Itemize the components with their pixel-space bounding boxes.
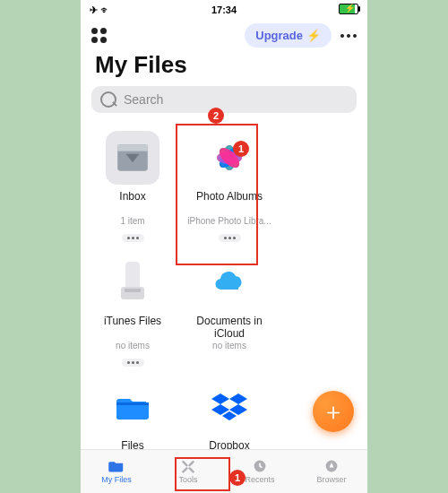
folder-more-icon[interactable]: [219, 234, 241, 242]
app-screen: ✈︎ ᯤ 17:34 ⚡ Upgrade ⚡ My Files Search I…: [81, 0, 367, 493]
folder-itunes-files[interactable]: iTunes Files no items: [86, 246, 179, 371]
upgrade-label: Upgrade: [255, 29, 303, 42]
more-menu-icon[interactable]: [340, 34, 357, 38]
folder-sub: no items: [185, 341, 274, 351]
svg-rect-11: [125, 262, 140, 290]
folder-icon: [108, 459, 125, 473]
tab-label: Browser: [316, 475, 346, 484]
tab-my-files[interactable]: My Files: [81, 450, 152, 493]
folder-name: Documents in iCloud: [185, 315, 274, 340]
tab-label: Tools: [178, 475, 197, 484]
folder-icloud[interactable]: Documents in iCloud no items: [183, 246, 276, 371]
battery-icon: ⚡: [339, 4, 358, 16]
page-title: My Files: [95, 51, 353, 79]
tab-tools[interactable]: Tools: [152, 450, 224, 493]
svg-rect-1: [117, 144, 148, 151]
folder-sub: no items: [88, 341, 177, 351]
folder-more-icon[interactable]: [122, 359, 144, 367]
tab-browser[interactable]: Browser: [296, 450, 367, 493]
folder-more-icon[interactable]: [122, 234, 144, 242]
svg-rect-15: [116, 402, 149, 405]
tab-recents[interactable]: Recents: [224, 450, 296, 493]
bolt-icon: ⚡: [306, 29, 321, 42]
folder-sub: 1 item: [88, 216, 177, 227]
folder-name: Inbox: [88, 190, 177, 215]
upgrade-button[interactable]: Upgrade ⚡: [245, 23, 332, 48]
photos-icon: [202, 131, 256, 185]
search-input[interactable]: Search: [91, 86, 357, 113]
svg-marker-16: [211, 394, 229, 404]
search-icon: [100, 91, 116, 108]
app-menu-icon[interactable]: [91, 28, 108, 44]
folder-sub: iPhone Photo Libra...: [185, 216, 274, 227]
folder-photo-albums[interactable]: Photo Albums iPhone Photo Libra...: [183, 122, 276, 246]
tab-bar: My Files Tools Recents Browser: [81, 449, 367, 493]
tab-label: Recents: [245, 475, 274, 484]
compass-icon: [323, 459, 340, 473]
inbox-folder-icon: [106, 131, 159, 185]
svg-marker-20: [222, 411, 237, 420]
clock-icon: [251, 459, 269, 473]
top-bar: Upgrade ⚡: [81, 18, 367, 49]
tab-label: My Files: [101, 475, 132, 484]
status-time: 17:34: [81, 4, 367, 15]
folder-name: Photo Albums: [185, 190, 274, 215]
svg-marker-17: [229, 394, 247, 404]
folder-inbox[interactable]: Inbox 1 item: [86, 122, 179, 246]
svg-rect-13: [125, 289, 141, 292]
dropbox-icon: [202, 380, 256, 434]
plus-icon: ＋: [322, 396, 345, 428]
icloud-icon: [202, 255, 256, 309]
tools-icon: [179, 459, 197, 473]
search-placeholder: Search: [124, 92, 163, 107]
files-app-icon: [106, 380, 159, 434]
itunes-icon: [106, 255, 159, 309]
status-bar: ✈︎ ᯤ 17:34 ⚡: [81, 0, 367, 18]
add-button[interactable]: ＋: [313, 391, 354, 432]
folder-grid: Inbox 1 item: [81, 122, 367, 493]
folder-name: iTunes Files: [88, 315, 177, 340]
